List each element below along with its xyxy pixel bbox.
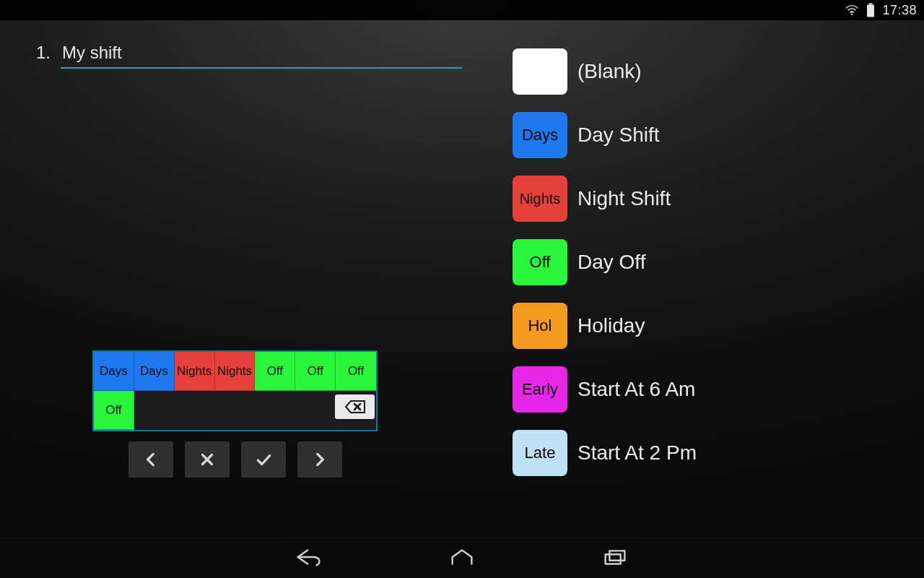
palette-label: Night Shift [578,187,671,210]
palette-swatch-tag: Early [522,380,558,399]
sequence-cell[interactable]: Nights [175,352,215,391]
shift-palette: (Blank)DaysDay ShiftNightsNight ShiftOff… [513,40,910,535]
sequence-cell[interactable]: Off [94,391,134,430]
palette-item[interactable]: HolHoliday [513,294,910,358]
palette-swatch: Off [513,239,567,285]
palette-item[interactable]: DaysDay Shift [513,103,910,167]
palette-swatch-tag: Hol [528,316,552,335]
palette-item[interactable]: NightsNight Shift [513,167,910,230]
palette-swatch: Early [513,366,567,413]
battery-icon [866,3,875,17]
pattern-title-row: 1. [22,40,462,69]
sequence-cell[interactable] [134,391,175,430]
sequence-cell[interactable] [255,391,295,430]
sequence-cell[interactable]: Nights [215,352,256,391]
sequence-cell[interactable]: Off [295,352,336,391]
nav-recent-button[interactable] [600,545,630,572]
palette-label: (Blank) [578,60,642,83]
wifi-icon [845,4,859,16]
sequence-cell[interactable]: Off [336,352,376,391]
palette-swatch: Nights [513,176,567,222]
palette-swatch: Late [513,430,567,476]
pattern-name-input[interactable] [61,40,462,69]
status-clock: 17:38 [882,3,917,18]
nav-back-button[interactable] [294,545,324,572]
sequence-cell-label: Days [140,364,168,379]
palette-swatch: Days [513,112,567,158]
sequence-cell-label: Days [100,364,128,379]
palette-item[interactable]: (Blank) [513,40,910,103]
palette-label: Start At 2 Pm [578,441,697,465]
sequence-controls [92,441,378,478]
svg-point-0 [851,14,853,15]
next-button[interactable] [297,441,342,478]
palette-item[interactable]: OffDay Off [513,230,910,294]
sequence-cell[interactable]: Off [255,352,295,391]
nav-bar [0,538,924,578]
palette-swatch-tag: Days [522,126,558,144]
palette-label: Holiday [578,314,645,337]
sequence-cell[interactable]: Days [134,352,175,391]
palette-swatch [513,48,567,95]
cancel-button[interactable] [185,441,230,478]
sequence-cell-label: Off [348,364,364,379]
nav-home-button[interactable] [447,545,477,572]
status-bar: 17:38 [0,0,924,20]
sequence-cell[interactable]: Days [94,352,134,391]
palette-item[interactable]: LateStart At 2 Pm [513,421,910,485]
svg-rect-2 [867,5,874,17]
palette-label: Start At 6 Am [578,378,695,401]
sequence-cell-label: Nights [217,364,252,379]
sequence-cell[interactable] [295,391,336,430]
palette-swatch-tag: Nights [520,191,561,207]
palette-label: Day Off [578,251,645,274]
sequence-grid[interactable]: DaysDaysNightsNightsOffOffOffOff [92,350,378,431]
svg-rect-1 [869,4,873,5]
previous-button[interactable] [128,441,173,478]
sequence-cell-label: Off [267,364,283,379]
confirm-button[interactable] [241,441,286,478]
svg-rect-4 [609,551,624,560]
sequence-cell[interactable] [215,391,256,430]
sequence-cell[interactable] [175,391,215,430]
sequence-cell-label: Off [105,403,121,418]
palette-swatch: Hol [513,303,567,349]
pattern-index: 1. [22,43,51,63]
palette-swatch-tag: Off [530,253,551,272]
sequence-backspace-button[interactable] [335,394,375,419]
sequence-cell-label: Nights [177,364,212,379]
svg-rect-3 [606,554,621,564]
palette-item[interactable]: EarlyStart At 6 Am [513,358,910,421]
sequence-cell-label: Off [308,364,323,379]
palette-label: Day Shift [578,124,660,147]
sequence-container: DaysDaysNightsNightsOffOffOffOff [92,350,378,478]
pattern-editor: 1. DaysDaysNightsNightsOffOffOffOff [22,40,462,535]
palette-swatch-tag: Late [525,444,556,462]
